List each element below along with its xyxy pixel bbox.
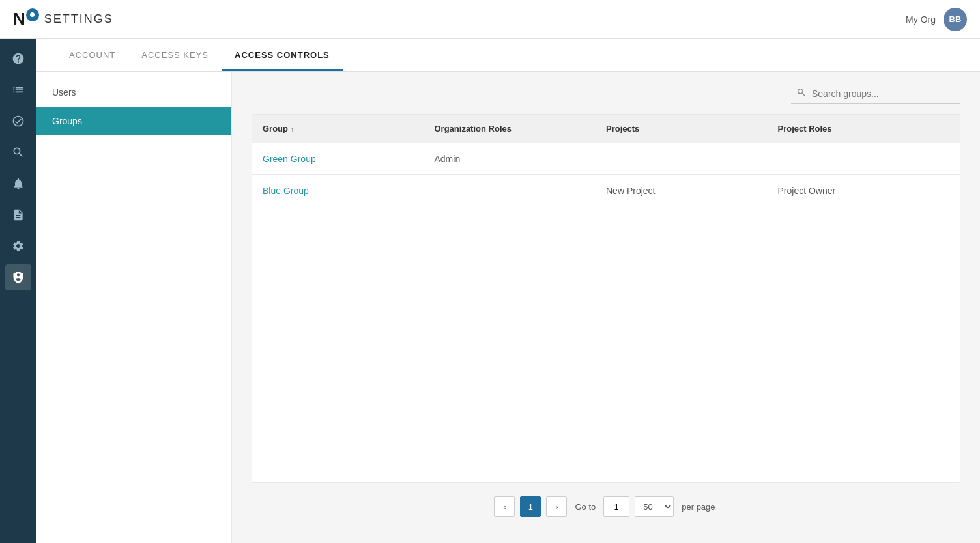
logo-area: N SETTINGS [13,9,113,29]
goto-label: Go to [575,502,596,512]
tab-account[interactable]: ACCOUNT [56,50,128,71]
top-header: N SETTINGS My Org BB [0,0,980,39]
nav-icon-settings[interactable] [5,264,31,290]
sidebar-nav [0,39,36,543]
column-org-roles: Organization Roles [435,124,607,133]
nav-icon-bell[interactable] [5,171,31,197]
tab-access-keys[interactable]: ACCESS KEYS [128,50,222,71]
per-page-label: per page [682,502,715,512]
org-name: My Org [906,14,936,25]
inner-layout: Users Groups [36,72,980,543]
tabs-bar: ACCOUNT ACCESS KEYS ACCESS CONTROLS [36,39,980,72]
project-roles-blue: Project Owner [778,186,950,196]
search-icon [796,87,807,100]
left-panel-item-users[interactable]: Users [36,78,231,107]
logo-dot-icon [26,8,39,21]
table-row: Blue Group New Project Project Owner [252,175,960,206]
next-page-button[interactable]: › [546,496,567,517]
nav-icon-list[interactable] [5,77,31,103]
left-panel-item-groups[interactable]: Groups [36,107,231,135]
groups-table: Group ↑ Organization Roles Projects Proj… [252,114,960,483]
nav-icon-document[interactable] [5,202,31,228]
goto-input[interactable] [603,496,629,517]
current-page-button[interactable]: 1 [520,496,541,517]
column-project-roles: Project Roles [778,124,950,133]
nav-icon-question[interactable] [5,46,31,72]
logo-letter: N [13,9,26,29]
avatar[interactable]: BB [944,8,967,31]
header-right: My Org BB [906,8,967,31]
org-roles-green: Admin [435,154,607,164]
settings-label: SETTINGS [44,12,113,26]
left-panel: Users Groups [36,72,232,543]
sort-icon: ↑ [291,125,295,133]
projects-blue: New Project [606,186,778,196]
table-header: Group ↑ Organization Roles Projects Proj… [252,115,960,143]
table-row: Green Group Admin [252,143,960,175]
tab-access-controls[interactable]: ACCESS CONTROLS [222,50,343,71]
nav-icon-dashboard[interactable] [5,108,31,134]
column-projects: Projects [606,124,778,133]
nav-icon-search[interactable] [5,139,31,165]
nav-icon-gear[interactable] [5,233,31,259]
right-content: Group ↑ Organization Roles Projects Proj… [232,72,980,543]
pagination: ‹ 1 › Go to 50 10 25 100 per page [252,483,960,530]
search-bar [252,85,960,104]
main-layout: ACCOUNT ACCESS KEYS ACCESS CONTROLS User… [0,39,980,543]
column-group: Group ↑ [263,124,435,133]
prev-page-button[interactable]: ‹ [494,496,515,517]
group-name-blue[interactable]: Blue Group [263,186,435,196]
search-input-wrap[interactable] [791,85,960,104]
search-input[interactable] [812,89,955,99]
group-name-green[interactable]: Green Group [263,154,435,164]
per-page-select[interactable]: 50 10 25 100 [635,496,674,517]
content-area: ACCOUNT ACCESS KEYS ACCESS CONTROLS User… [36,39,980,543]
